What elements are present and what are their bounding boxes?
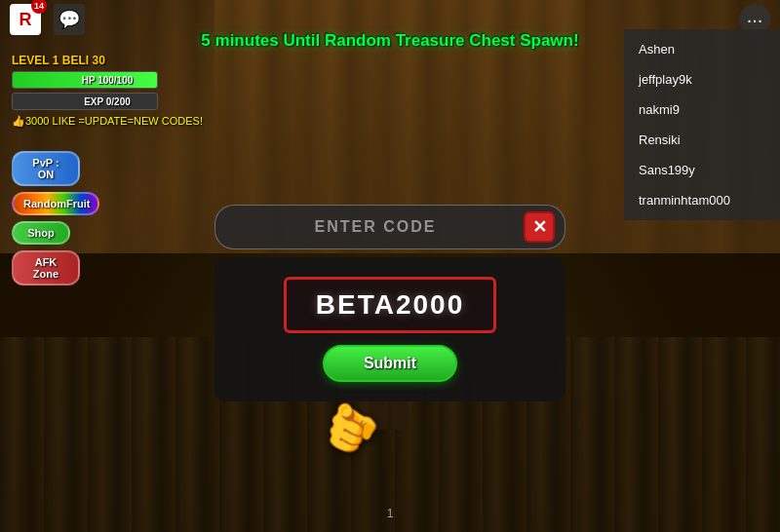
player-list: Ashen jeffplay9k nakmi9 Rensiki Sans199y… (624, 29, 780, 220)
like-notice: 👍3000 LIKE =UPDATE=NEW CODES! (12, 115, 203, 128)
player-item-4[interactable]: Sans199y (624, 155, 780, 185)
notification-badge: 14 (31, 0, 47, 14)
code-highlight-box: BETA2000 (284, 277, 496, 333)
player-item-1[interactable]: jeffplay9k (624, 64, 780, 95)
code-modal: ENTER CODE ✕ BETA2000 Submit (214, 205, 566, 401)
roblox-logo[interactable]: R 14 (10, 4, 41, 35)
chat-symbol: 💬 (58, 9, 80, 30)
hp-bar-wrapper: HP 100/100 (12, 71, 203, 89)
player-item-3[interactable]: Rensiki (624, 125, 780, 155)
pvp-button[interactable]: PvP : ON (12, 151, 80, 186)
submit-button[interactable]: Submit (323, 345, 457, 382)
level-beli-label: LEVEL 1 BELI 30 (12, 54, 203, 67)
action-buttons: PvP : ON RandomFruit Shop AFK Zone (12, 151, 99, 285)
code-input-placeholder[interactable]: ENTER CODE (235, 218, 516, 236)
code-display-box: BETA2000 Submit (214, 257, 566, 401)
announcement-text: 5 minutes Until Random Treasure Chest Sp… (195, 29, 585, 53)
random-fruit-button[interactable]: RandomFruit (12, 192, 99, 215)
exp-bar-wrapper: EXP 0/200 (12, 93, 203, 110)
player-item-2[interactable]: nakmi9 (624, 95, 780, 125)
exp-bar-label: EXP 0/200 (12, 96, 203, 107)
chat-icon[interactable]: 💬 (54, 4, 85, 35)
afk-zone-button[interactable]: AFK Zone (12, 250, 80, 285)
hp-bar-label: HP 100/100 (12, 75, 203, 86)
code-input-bar: ENTER CODE ✕ (214, 205, 566, 249)
player-item-5[interactable]: tranminhtam000 (624, 185, 780, 215)
page-number: 1 (387, 507, 394, 520)
player-item-0[interactable]: Ashen (624, 34, 780, 64)
stats-panel: LEVEL 1 BELI 30 HP 100/100 EXP 0/200 👍30… (12, 54, 203, 133)
close-button[interactable]: ✕ (524, 211, 555, 243)
announcement-banner: 5 minutes Until Random Treasure Chest Sp… (195, 29, 585, 53)
shop-button[interactable]: Shop (12, 221, 70, 245)
roblox-logo-text: R (20, 10, 32, 30)
top-left-icons: R 14 💬 (10, 4, 85, 35)
code-value: BETA2000 (316, 289, 464, 321)
